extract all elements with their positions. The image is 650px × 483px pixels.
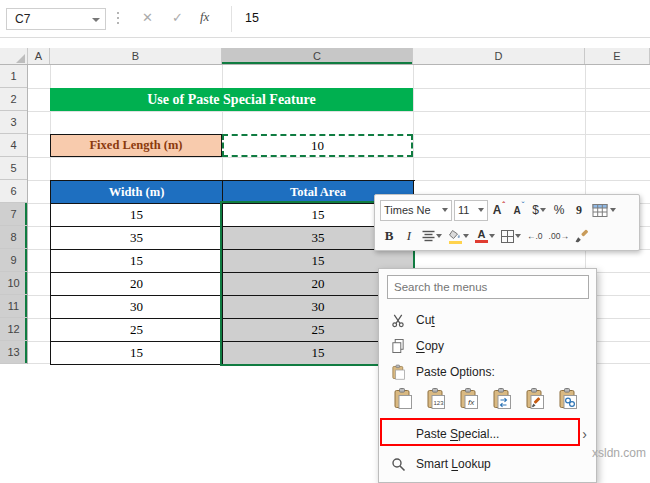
fixed-length-value-cell[interactable]: 10 — [222, 134, 413, 157]
comma-style-button[interactable]: 9 — [570, 199, 588, 221]
cell-B11[interactable]: 30 — [51, 296, 223, 319]
paste-link-button[interactable] — [554, 385, 582, 413]
cancel-icon[interactable]: ✕ — [142, 10, 153, 25]
paint-bucket-icon — [448, 229, 462, 244]
menu-item-cut[interactable]: Cut — [380, 307, 596, 333]
cell-B7[interactable]: 15 — [51, 204, 223, 227]
name-box-dropdown-icon[interactable] — [92, 18, 100, 22]
menu-item-copy[interactable]: Copy — [380, 333, 596, 359]
menu-item-paste-special[interactable]: Paste Special... › — [380, 421, 596, 447]
italic-button[interactable]: I — [400, 225, 418, 247]
search-input[interactable] — [387, 275, 589, 299]
percent-style-button[interactable]: % — [550, 199, 568, 221]
row-header-5[interactable]: 5 — [0, 157, 27, 180]
fixed-length-label-cell[interactable]: Fixed Length (m) — [50, 134, 222, 157]
row-header-9[interactable]: 9 — [0, 249, 27, 272]
paste-formulas-button[interactable]: fx — [455, 385, 483, 413]
paste-formatting-icon — [523, 387, 547, 411]
align-center-button[interactable] — [420, 225, 444, 247]
fill-color-button[interactable] — [446, 225, 471, 247]
insert-function-icon[interactable]: fx — [200, 9, 209, 25]
submenu-arrow-icon: › — [582, 427, 596, 441]
scissors-icon — [380, 313, 416, 328]
row-header-6[interactable]: 6 — [0, 180, 27, 203]
format-painter-button[interactable] — [573, 225, 591, 247]
mini-toolbar: Times Ne 11 Aˆ Aˇ $ % 9 B I — [374, 194, 640, 251]
font-name-select[interactable]: Times Ne — [380, 200, 452, 221]
format-painter-icon — [575, 229, 589, 243]
cell-B8[interactable]: 35 — [51, 227, 223, 250]
decrease-decimal-button[interactable]: .00→ — [547, 225, 571, 247]
row-header-2[interactable]: 2 — [0, 88, 27, 111]
paste-formatting-button[interactable] — [521, 385, 549, 413]
table-header-width[interactable]: Width (m) — [51, 181, 223, 204]
smart-lookup-icon — [380, 457, 416, 472]
row-headers: 1 2 3 4 5 6 7 8 9 10 11 12 13 — [0, 65, 28, 364]
menu-item-label: Cut — [416, 313, 435, 327]
formula-bar-divider — [231, 6, 232, 32]
row-header-11[interactable]: 11 — [0, 295, 27, 318]
paste-link-icon — [556, 387, 580, 411]
chevron-down-icon — [489, 234, 495, 238]
row-header-7[interactable]: 7 — [0, 203, 27, 226]
paste-transpose-button[interactable] — [488, 385, 516, 413]
grow-font-button[interactable]: Aˆ — [490, 199, 508, 221]
menu-item-smart-lookup[interactable]: Smart Lookup — [380, 451, 596, 477]
menu-item-label: Copy — [416, 339, 444, 353]
menu-item-label: Paste Special... — [416, 427, 499, 441]
shrink-font-button[interactable]: Aˇ — [510, 199, 528, 221]
context-menu: Cut Copy Paste Options: 123 fx — [378, 268, 597, 483]
row-header-1[interactable]: 1 — [0, 65, 27, 88]
borders-button[interactable] — [499, 225, 523, 247]
cell-B13[interactable]: 15 — [51, 342, 223, 365]
menu-item-label: Paste Options: — [416, 365, 495, 379]
banner-title-cell[interactable]: Use of Paste Special Feature — [50, 88, 413, 111]
bold-button[interactable]: B — [380, 225, 398, 247]
name-box[interactable]: C7 — [6, 8, 106, 30]
font-color-icon: A — [475, 229, 488, 243]
column-header-d[interactable]: D — [413, 48, 585, 64]
accounting-format-button[interactable]: $ — [530, 199, 548, 221]
column-header-a[interactable]: A — [28, 48, 50, 64]
chevron-down-icon — [515, 234, 521, 238]
format-as-table-button[interactable] — [590, 199, 618, 221]
column-header-c[interactable]: C — [222, 48, 413, 64]
select-all-corner[interactable] — [0, 48, 28, 64]
row-header-12[interactable]: 12 — [0, 318, 27, 341]
cell-B12[interactable]: 25 — [51, 319, 223, 342]
formula-input[interactable]: 15 — [245, 11, 259, 25]
row-header-3[interactable]: 3 — [0, 111, 27, 134]
table-icon — [592, 203, 609, 218]
column-header-b[interactable]: B — [50, 48, 222, 64]
gridline — [28, 111, 650, 112]
font-size-select[interactable]: 11 — [454, 200, 488, 221]
svg-text:fx: fx — [468, 398, 475, 407]
borders-icon — [501, 230, 514, 243]
copy-icon — [380, 338, 416, 354]
clipboard-icon — [380, 364, 416, 381]
watermark: xsldn.com — [592, 446, 646, 460]
menu-item-label: Smart Lookup — [416, 457, 491, 471]
column-headers: A B C D E — [0, 48, 650, 65]
enter-icon[interactable]: ✓ — [172, 10, 183, 25]
chevron-down-icon — [540, 208, 546, 212]
data-table: Width (m) Total Area 15 15 35 35 15 15 2… — [50, 180, 415, 365]
name-box-value: C7 — [15, 12, 30, 26]
svg-text:123: 123 — [434, 400, 445, 406]
paste-button[interactable] — [389, 385, 417, 413]
column-header-e[interactable]: E — [585, 48, 650, 64]
chevron-down-icon — [442, 208, 448, 212]
chevron-down-icon — [436, 234, 442, 238]
caret-up-icon: ˆ — [502, 200, 505, 210]
row-header-10[interactable]: 10 — [0, 272, 27, 295]
increase-decimal-button[interactable]: ←.0 — [525, 225, 545, 247]
cell-B10[interactable]: 20 — [51, 273, 223, 296]
row-header-13[interactable]: 13 — [0, 341, 27, 364]
paste-transpose-icon — [490, 387, 514, 411]
cell-B9[interactable]: 15 — [51, 250, 223, 273]
paste-values-button[interactable]: 123 — [422, 385, 450, 413]
row-header-4[interactable]: 4 — [0, 134, 27, 157]
paste-options-row: 123 fx — [389, 385, 582, 413]
font-color-button[interactable]: A — [473, 225, 497, 247]
row-header-8[interactable]: 8 — [0, 226, 27, 249]
